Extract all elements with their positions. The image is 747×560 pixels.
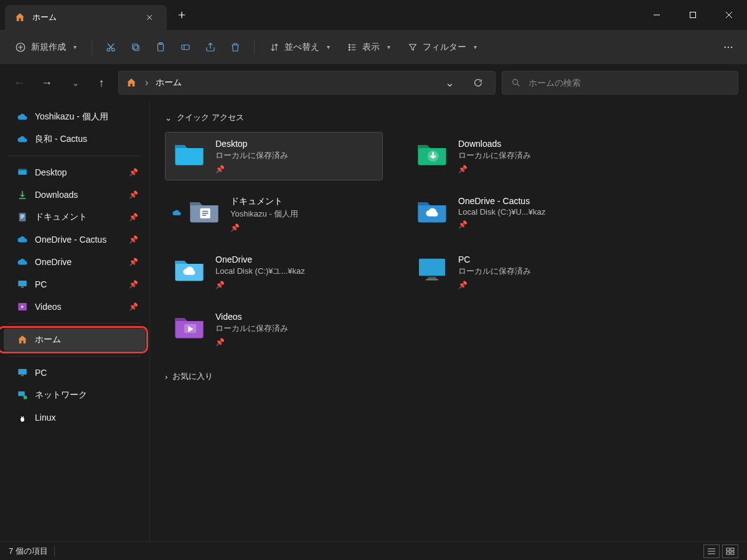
pin-icon: 📌 bbox=[215, 165, 288, 174]
rename-button[interactable] bbox=[174, 36, 197, 58]
title-bar: ホーム bbox=[0, 0, 747, 30]
svg-rect-44 bbox=[731, 548, 734, 551]
tile-downloads[interactable]: Downloads ローカルに保存済み 📌 bbox=[408, 132, 626, 180]
tile-onedrive[interactable]: OneDrive Local Disk (C:)¥ユ...¥kaz 📌 bbox=[165, 248, 383, 296]
sidebar-item-network[interactable]: ネットワーク bbox=[4, 384, 146, 406]
sidebar-item-label: Yoshikazu - 個人用 bbox=[35, 111, 108, 123]
cloud-icon bbox=[16, 111, 29, 123]
up-button[interactable]: ↑ bbox=[91, 72, 112, 93]
tile-subtitle: Local Disk (C:)¥ユ...¥kaz bbox=[215, 266, 305, 277]
folder-icon bbox=[187, 196, 222, 225]
address-dropdown[interactable]: ⌄ bbox=[439, 72, 460, 93]
more-button[interactable] bbox=[717, 36, 740, 58]
chevron-down-icon: ▾ bbox=[474, 44, 477, 50]
folder-icon bbox=[415, 196, 449, 225]
tile--[interactable]: ドキュメント Yoshikazu - 個人用 📌 bbox=[165, 189, 383, 239]
home-icon bbox=[14, 11, 26, 24]
search-input[interactable] bbox=[529, 78, 729, 88]
group-header-quick-access[interactable]: ⌄ クイック アクセス bbox=[165, 112, 732, 123]
delete-button[interactable] bbox=[224, 36, 247, 58]
new-button-label: 新規作成 bbox=[31, 42, 66, 53]
search-icon bbox=[511, 78, 521, 88]
copy-button[interactable] bbox=[125, 36, 147, 58]
svg-point-14 bbox=[731, 46, 732, 47]
sidebar-item-desktop[interactable]: Desktop 📌 bbox=[4, 161, 146, 184]
sidebar-item-onedrive-cactus-pinned[interactable]: OneDrive - Cactus 📌 bbox=[4, 228, 146, 251]
svg-point-9 bbox=[349, 44, 350, 45]
svg-rect-17 bbox=[18, 169, 27, 170]
sidebar-item-documents[interactable]: ドキュメント 📌 bbox=[4, 206, 146, 228]
desktop-icon bbox=[16, 166, 29, 179]
sidebar-item-pc-pinned[interactable]: PC 📌 bbox=[4, 273, 146, 296]
back-button[interactable]: ← bbox=[9, 72, 30, 93]
chevron-down-icon: ▾ bbox=[387, 44, 390, 50]
tile-subtitle: ローカルに保存済み bbox=[458, 150, 531, 161]
tile-pc[interactable]: PC ローカルに保存済み 📌 bbox=[408, 248, 626, 296]
pin-icon: 📌 bbox=[215, 338, 288, 347]
svg-point-28 bbox=[24, 396, 27, 399]
group-header-favorites[interactable]: › お気に入り bbox=[165, 371, 732, 382]
sidebar-item-label: Desktop bbox=[35, 167, 67, 177]
tile-desktop[interactable]: Desktop ローカルに保存済み 📌 bbox=[165, 132, 383, 180]
sidebar-item-home[interactable]: ホーム bbox=[4, 329, 146, 351]
svg-rect-18 bbox=[19, 213, 26, 222]
breadcrumb-segment[interactable]: ホーム bbox=[156, 77, 182, 88]
sidebar-item-onedrive-personal[interactable]: Yoshikazu - 個人用 bbox=[4, 106, 146, 128]
sidebar-item-onedrive-cactus[interactable]: 良和 - Cactus bbox=[4, 128, 146, 151]
search-box[interactable] bbox=[502, 71, 738, 95]
tab-home[interactable]: ホーム bbox=[5, 5, 167, 30]
sidebar-item-label: 良和 - Cactus bbox=[35, 134, 87, 145]
new-button[interactable]: 新規作成 ▾ bbox=[7, 36, 84, 58]
sidebar-item-downloads[interactable]: Downloads 📌 bbox=[4, 184, 146, 206]
pin-icon: 📌 bbox=[129, 235, 138, 244]
view-button[interactable]: 表示 ▾ bbox=[340, 36, 398, 58]
tile-videos[interactable]: Videos ローカルに保存済み 📌 bbox=[165, 305, 383, 353]
forward-button[interactable]: → bbox=[36, 72, 57, 93]
pin-icon: 📌 bbox=[129, 280, 138, 289]
svg-rect-27 bbox=[18, 391, 25, 396]
svg-point-30 bbox=[21, 417, 24, 422]
recent-dropdown[interactable]: ⌄ bbox=[63, 72, 85, 93]
sort-button[interactable]: 並べ替え ▾ bbox=[262, 36, 337, 58]
svg-rect-41 bbox=[426, 279, 438, 280]
svg-rect-38 bbox=[419, 259, 445, 276]
monitor-icon bbox=[16, 366, 29, 379]
filter-button[interactable]: フィルター ▾ bbox=[400, 36, 484, 58]
sidebar-separator bbox=[9, 156, 141, 156]
sidebar-item-label: OneDrive bbox=[35, 257, 72, 267]
refresh-button[interactable] bbox=[467, 72, 489, 93]
close-window-button[interactable] bbox=[711, 0, 747, 30]
sidebar-item-pc[interactable]: PC bbox=[4, 362, 146, 384]
window-controls bbox=[639, 0, 747, 30]
sidebar-item-onedrive-pinned[interactable]: OneDrive 📌 bbox=[4, 251, 146, 273]
svg-rect-23 bbox=[21, 287, 24, 288]
paste-button[interactable] bbox=[149, 36, 172, 58]
sidebar-item-label: ネットワーク bbox=[35, 390, 87, 401]
network-icon bbox=[16, 389, 29, 401]
cut-button[interactable] bbox=[100, 36, 122, 58]
details-view-button[interactable] bbox=[703, 544, 720, 558]
share-button[interactable] bbox=[199, 36, 222, 58]
tab-close-button[interactable] bbox=[141, 9, 158, 26]
svg-point-11 bbox=[349, 49, 350, 50]
sidebar-separator bbox=[9, 356, 141, 357]
tiles-view-button[interactable] bbox=[722, 544, 738, 558]
videos-icon bbox=[16, 301, 29, 313]
svg-point-10 bbox=[349, 47, 350, 48]
quick-access-grid: Desktop ローカルに保存済み 📌 Downloads ローカルに保存済み … bbox=[165, 132, 732, 353]
svg-rect-40 bbox=[428, 277, 436, 279]
svg-rect-22 bbox=[18, 281, 27, 286]
minimize-button[interactable] bbox=[639, 0, 675, 30]
tile-subtitle: ローカルに保存済み bbox=[458, 266, 531, 277]
svg-point-32 bbox=[23, 416, 24, 418]
sidebar-item-label: ドキュメント bbox=[35, 212, 87, 223]
sidebar-item-label: PC bbox=[35, 368, 47, 378]
status-item-count: 7 個の項目 bbox=[9, 546, 48, 557]
maximize-button[interactable] bbox=[675, 0, 711, 30]
tile-onedrive-cactus[interactable]: OneDrive - Cactus Local Disk (C:)¥U...¥k… bbox=[408, 189, 626, 239]
address-bar[interactable]: › ホーム ⌄ bbox=[118, 71, 496, 95]
svg-rect-5 bbox=[133, 44, 138, 49]
sidebar-item-videos[interactable]: Videos 📌 bbox=[4, 296, 146, 318]
sidebar-item-linux[interactable]: Linux bbox=[4, 406, 146, 429]
new-tab-button[interactable] bbox=[169, 2, 194, 27]
